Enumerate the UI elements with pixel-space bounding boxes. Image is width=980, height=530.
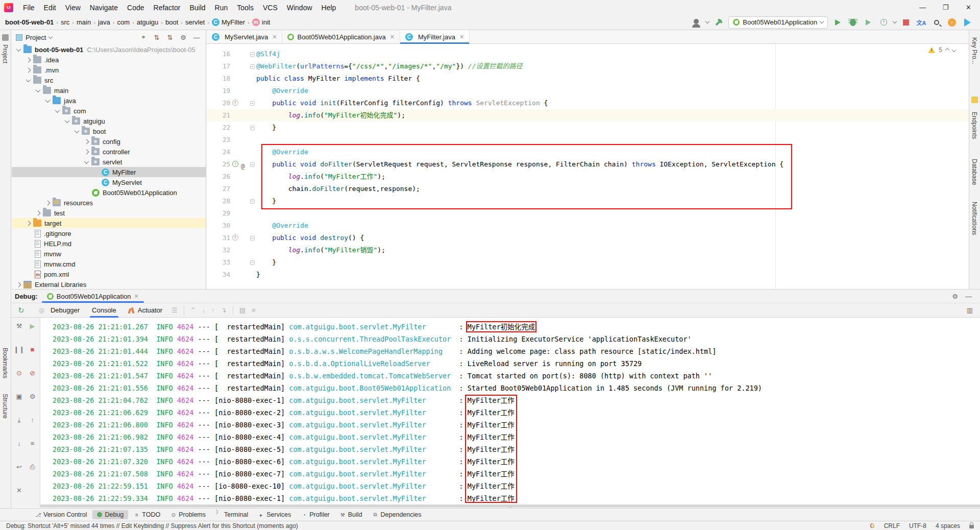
editor-body[interactable]: 16−@Slf4j17−@WebFilter(urlPatterns={"/cs…	[207, 44, 969, 288]
fold-marker-icon[interactable]: −	[250, 101, 255, 106]
tree-item-myservlet[interactable]: CMyServlet	[12, 177, 206, 187]
debug-settings-gear-icon[interactable]: ⚙	[952, 293, 958, 300]
tree-item--idea[interactable]: .idea	[12, 55, 206, 65]
tree-item-servlet[interactable]: servlet	[12, 157, 206, 167]
step-out-icon[interactable]: ↑	[208, 306, 218, 314]
stripe-label-database[interactable]: Database	[971, 159, 978, 185]
tree-item-pom-xml[interactable]: mpom.xml	[12, 269, 206, 279]
tree-chevron-icon[interactable]	[26, 67, 31, 73]
toolbar-item-profiler[interactable]: ◔Profiler	[297, 510, 334, 519]
implements-method-icon[interactable]: ↑	[232, 161, 238, 167]
debug-button[interactable]	[847, 17, 859, 28]
rerun-icon[interactable]: ↻	[18, 306, 24, 315]
fold-marker-icon[interactable]: −	[250, 52, 255, 57]
camera-thread-dump-icon[interactable]: ▣	[13, 390, 26, 403]
tree-item-external-libraries[interactable]: External Libraries	[12, 279, 206, 289]
code-line-18[interactable]: 18public class MyFilter implements Filte…	[207, 73, 969, 85]
tree-chevron-icon[interactable]	[26, 77, 31, 82]
tree-item-resources[interactable]: resources	[12, 198, 206, 208]
code-line-16[interactable]: 16−@Slf4j	[207, 48, 969, 60]
inspection-widget[interactable]: 5	[928, 46, 955, 54]
breadcrumb-item-init[interactable]: ›minit	[245, 18, 270, 26]
resume-icon[interactable]: ▶	[26, 320, 39, 332]
tree-item--mvn[interactable]: .mvn	[12, 65, 206, 75]
close-button[interactable]: ✕	[957, 0, 980, 15]
fold-marker-icon[interactable]: ⌐	[250, 260, 255, 265]
close-icon[interactable]: ✕	[134, 293, 139, 300]
tree-chevron-icon[interactable]	[45, 200, 51, 205]
code-line-33[interactable]: 33⌐ }	[207, 256, 969, 269]
layout-menu-icon[interactable]: ☰	[168, 306, 181, 314]
fold-marker-icon[interactable]: −	[250, 236, 255, 240]
tree-item-com[interactable]: com	[12, 106, 206, 116]
user-profile-icon[interactable]	[691, 17, 702, 28]
stripe-label-endpoints[interactable]: Endpoints	[971, 112, 978, 139]
status-message[interactable]: Debug: Shortcut 'Alt+5' missed 44 times …	[6, 522, 298, 529]
minimize-button[interactable]: —	[911, 0, 934, 15]
step-over-icon[interactable]: ⌃	[187, 306, 199, 314]
fold-marker-icon[interactable]: ⌐	[250, 126, 255, 130]
menu-window[interactable]: Window	[282, 0, 317, 15]
stripe-label-project[interactable]: Project	[2, 44, 9, 63]
evaluate-expression-icon[interactable]: ▤	[236, 306, 249, 314]
tree-item-boot05web01application[interactable]: Boot05Web01Application	[12, 187, 206, 198]
editor-tab-boot05web01application-java[interactable]: Boot05Web01Application.java✕	[282, 30, 400, 43]
code-line-28[interactable]: 28⌐ }	[207, 195, 969, 207]
stripe-label-keypromoter[interactable]: Key Pro...	[971, 37, 978, 64]
stripe-label-bookmarks[interactable]: Bookmarks	[2, 348, 9, 378]
code-line-31[interactable]: 31↑− public void destroy() {	[207, 232, 969, 244]
menu-run[interactable]: Run	[210, 0, 233, 15]
menu-file[interactable]: File	[18, 0, 39, 15]
breadcrumb-item-boot-05-web-01[interactable]: boot-05-web-01	[5, 18, 54, 26]
toolbar-item-debug[interactable]: Debug	[92, 510, 128, 519]
soft-wrap-icon[interactable]: ↩	[13, 461, 26, 473]
locate-file-button[interactable]: ⌖	[138, 33, 149, 41]
tree-chevron-icon[interactable]	[26, 57, 31, 62]
console-output[interactable]: 2023-08-26 21:21:01.267 INFO 4624 --- [ …	[40, 318, 980, 508]
editor-tab-myfilter-java[interactable]: CMyFilter.java✕	[400, 30, 470, 43]
indent-indicator[interactable]: 4 spaces	[936, 522, 960, 529]
stop-red-icon[interactable]: ■	[26, 343, 39, 356]
settings-list-icon[interactable]: ≡	[249, 306, 259, 314]
code-line-24[interactable]: 24 @Override	[207, 146, 969, 158]
maximize-button[interactable]: ❐	[934, 0, 957, 15]
tree-item-myfilter[interactable]: CMyFilter	[12, 167, 206, 177]
next-warning-icon[interactable]	[952, 48, 956, 52]
run-configuration-select[interactable]: Boot05Web01Application	[728, 16, 828, 29]
breadcrumb-item-atguigu[interactable]: ›atguigu	[130, 18, 158, 26]
toolbar-item-version-control[interactable]: ⎇Version Control	[31, 510, 91, 519]
tree-chevron-icon[interactable]	[26, 221, 31, 226]
panel-settings-gear-icon[interactable]: ⚙	[178, 34, 188, 41]
debug-session-tab[interactable]: Boot05Web01Application ✕	[42, 290, 144, 303]
breadcrumb-item-boot[interactable]: ›boot	[158, 18, 178, 26]
plugin-beta-icon[interactable]	[962, 17, 973, 28]
update-available-icon[interactable]: ↑	[946, 17, 958, 28]
layout-settings-icon[interactable]: ▥	[967, 306, 980, 314]
print-icon[interactable]: ⎙	[26, 461, 39, 473]
tree-item-java[interactable]: java	[12, 95, 206, 106]
toolbar-item-todo[interactable]: ≡TODO	[129, 510, 165, 519]
down-stack-icon[interactable]: ↓	[13, 437, 26, 450]
translate-icon[interactable]: 文A	[916, 17, 927, 28]
tree-item-main[interactable]: main	[12, 85, 206, 95]
toolbar-item-problems[interactable]: ⊙Problems	[166, 510, 210, 519]
fold-marker-icon[interactable]: ⌐	[250, 199, 255, 204]
previous-warning-icon[interactable]	[945, 48, 949, 52]
close-icon[interactable]: ✕	[390, 34, 395, 40]
fold-marker-icon[interactable]: −	[250, 162, 255, 167]
menu-view[interactable]: View	[61, 0, 85, 15]
menu-code[interactable]: Code	[122, 0, 149, 15]
tree-chevron-icon[interactable]	[36, 210, 41, 215]
search-everywhere-icon[interactable]	[931, 17, 942, 28]
tree-chevron-icon[interactable]	[16, 282, 21, 287]
tree-chevron-icon[interactable]	[55, 108, 60, 113]
fold-marker-icon[interactable]: −	[250, 64, 255, 69]
breadcrumb-item-servlet[interactable]: ›servlet	[178, 18, 205, 26]
code-line-32[interactable]: 32 log.info("MyFilter销毁");	[207, 244, 969, 256]
toolbar-item-dependencies[interactable]: ⧉Dependencies	[368, 510, 426, 519]
tree-chevron-icon[interactable]	[16, 46, 21, 52]
debug-tab-actuator[interactable]: Actuator	[122, 303, 168, 318]
tree-item-test[interactable]: test	[12, 208, 206, 218]
stop-button[interactable]	[900, 17, 912, 28]
tree-chevron-icon[interactable]	[45, 98, 51, 103]
